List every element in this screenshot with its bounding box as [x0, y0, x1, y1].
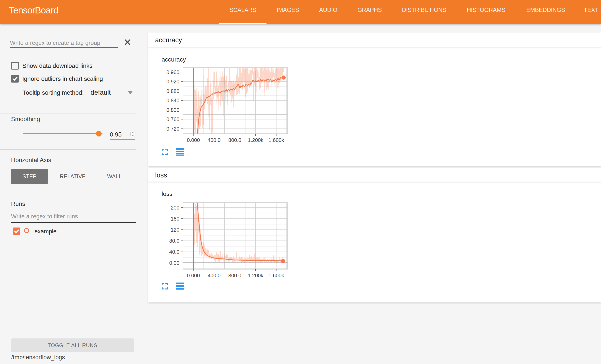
- svg-text:80.0: 80.0: [169, 238, 179, 244]
- svg-text:160: 160: [171, 216, 179, 222]
- svg-text:accuracy: accuracy: [162, 56, 186, 63]
- svg-text:0.840: 0.840: [166, 98, 179, 103]
- svg-text:0.800: 0.800: [166, 107, 179, 113]
- svg-text:0.720: 0.720: [166, 126, 179, 132]
- svg-text:800.0: 800.0: [228, 273, 241, 278]
- svg-text:0.920: 0.920: [166, 79, 179, 84]
- svg-text:0.760: 0.760: [166, 116, 179, 122]
- svg-text:0.000: 0.000: [187, 273, 200, 278]
- svg-text:1.200k: 1.200k: [248, 273, 264, 278]
- svg-text:loss: loss: [162, 191, 172, 197]
- svg-text:400.0: 400.0: [208, 273, 220, 278]
- svg-text:120: 120: [171, 227, 179, 233]
- svg-text:1.600k: 1.600k: [269, 137, 284, 143]
- svg-text:200: 200: [171, 205, 179, 211]
- svg-text:800.0: 800.0: [228, 137, 241, 143]
- svg-text:40.0: 40.0: [169, 249, 179, 255]
- svg-text:0.000: 0.000: [187, 137, 200, 143]
- svg-text:400.0: 400.0: [208, 137, 220, 143]
- svg-text:0.00: 0.00: [169, 260, 179, 266]
- svg-text:1.200k: 1.200k: [248, 137, 264, 143]
- svg-text:1.600k: 1.600k: [269, 273, 284, 278]
- svg-text:0.880: 0.880: [166, 88, 179, 94]
- svg-text:0.960: 0.960: [166, 69, 179, 75]
